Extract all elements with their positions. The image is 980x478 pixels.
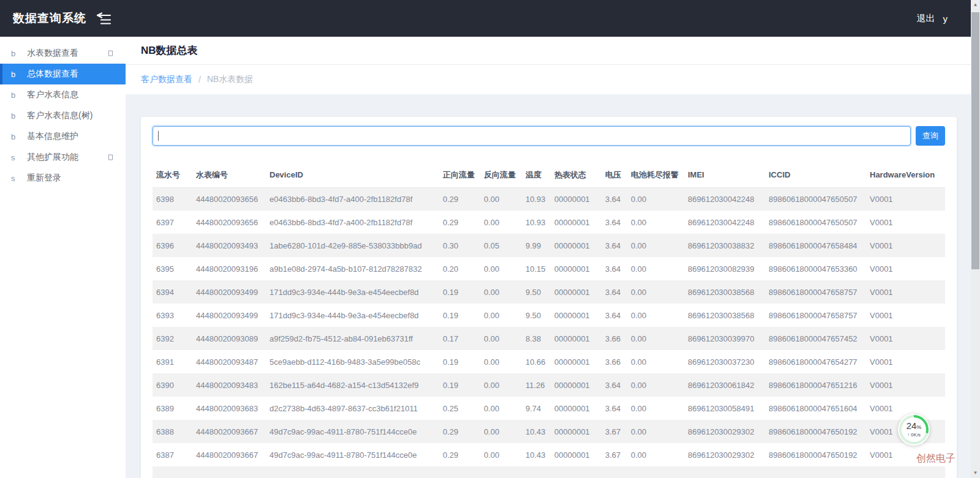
table-cell: 89860618000047653360: [765, 257, 866, 280]
table-cell: [153, 466, 192, 478]
column-header: 热表状态: [551, 163, 601, 187]
table-row: 639044480020093483162be115-a64d-4682-a15…: [153, 373, 945, 397]
sidebar-item[interactable]: b客户水表信息(树): [0, 105, 126, 126]
search-wrap: [153, 126, 911, 146]
table-row: 639544480020093196a9b1e08d-2974-4a5b-b10…: [153, 257, 945, 280]
table-cell: [684, 466, 765, 478]
sidebar-toggle-button[interactable]: [96, 12, 112, 24]
table-cell: 0.00: [627, 211, 684, 234]
sidebar-item[interactable]: b基本信息维护: [0, 126, 126, 147]
vertical-scrollbar[interactable]: ▲ ▼: [971, 0, 980, 478]
table-row: 6391444800200934875ce9aebb-d112-416b-948…: [153, 350, 945, 373]
search-input[interactable]: [153, 126, 911, 146]
table-cell: 0.00: [627, 420, 684, 443]
table-cell: 0.00: [627, 350, 684, 373]
table-cell: 0.00: [627, 257, 684, 280]
table-cell: [480, 466, 522, 478]
table-cell: 00000001: [551, 304, 601, 327]
table-cell: 869612030029302: [684, 443, 765, 466]
table-cell: 49d7c9ac-99ac-4911-8780-751f144cce0e: [266, 443, 439, 466]
column-header: 温度: [522, 163, 551, 187]
table-cell: 11.26: [522, 373, 551, 397]
table-cell: V0001: [866, 280, 945, 304]
table-cell: 9.50: [522, 304, 551, 327]
table-cell: 00000001: [551, 234, 601, 257]
table-cell: 0.00: [480, 304, 522, 327]
table-cell: 6394: [153, 280, 192, 304]
table-cell: V0001: [866, 257, 945, 280]
table-cell: V0001: [866, 327, 945, 350]
sidebar-item[interactable]: s重新登录: [0, 168, 126, 189]
table-cell: 0.00: [480, 420, 522, 443]
sidebar-item[interactable]: b总体数据查看: [0, 64, 126, 84]
table-cell: 44480020093656: [192, 187, 266, 211]
table-cell: 3.64: [601, 211, 627, 234]
submenu-indicator-icon: [108, 51, 113, 56]
table-cell: V0001: [866, 350, 945, 373]
menu-item-label: 重新登录: [27, 173, 61, 184]
table-cell: 3.64: [601, 373, 627, 397]
table-cell: 6396: [153, 234, 192, 257]
table-cell: 3.64: [601, 280, 627, 304]
table-cell: 171dd9c3-934e-444b-9e3a-e454eecbef8d: [266, 280, 439, 304]
table-cell: [765, 466, 866, 478]
table-cell: 10.66: [522, 350, 551, 373]
table-cell: 44480020093089: [192, 327, 266, 350]
table-cell: 0.17: [439, 327, 480, 350]
table-cell: [627, 466, 684, 478]
sidebar-item[interactable]: s其他扩展功能: [0, 147, 126, 168]
table-cell: 44480020093656: [192, 211, 266, 234]
table-cell: 44480020093683: [192, 397, 266, 420]
table-cell: 3.67: [601, 443, 627, 466]
download-speed-badge[interactable]: 24% ↑ 0K/s: [898, 414, 930, 446]
table-cell: 3.66: [601, 327, 627, 350]
data-card: 查询 流水号水表编号DeviceID正向流量反向流量温度热表状态电压电池耗尽报警…: [141, 117, 957, 478]
table-cell: 0.29: [439, 420, 480, 443]
table-cell: 89860618000047658757: [765, 304, 866, 327]
sidebar-collapse-icon: [96, 12, 112, 24]
table-cell: 6390: [153, 373, 192, 397]
table-row: 639444480020093499171dd9c3-934e-444b-9e3…: [153, 280, 945, 304]
column-header: 水表编号: [192, 163, 266, 187]
menu-item-icon: b: [11, 49, 20, 58]
table-row: 639344480020093499171dd9c3-934e-444b-9e3…: [153, 304, 945, 327]
page-title: NB数据总表: [141, 43, 198, 58]
table-cell: 00000001: [551, 211, 601, 234]
table-cell: 3.64: [601, 234, 627, 257]
query-button[interactable]: 查询: [916, 126, 945, 146]
table-cell: 6395: [153, 257, 192, 280]
table-cell: 10.43: [522, 420, 551, 443]
scroll-down-icon[interactable]: ▼: [971, 469, 980, 477]
table-cell: 89860618000047650192: [765, 420, 866, 443]
table-cell: 869612030037230: [684, 350, 765, 373]
table-cell: 869612030082939: [684, 257, 765, 280]
sidebar-item[interactable]: b客户水表信息: [0, 84, 126, 105]
table-cell: V0001: [866, 211, 945, 234]
table-row: 638944480020093683d2c2738b-4d63-4897-863…: [153, 397, 945, 420]
table-cell: 00000001: [551, 257, 601, 280]
logout-link[interactable]: 退出: [917, 13, 935, 24]
table-cell: a9b1e08d-2974-4a5b-b107-812d78287832: [266, 257, 439, 280]
sidebar-menu: b水表数据查看b总体数据查看b客户水表信息b客户水表信息(树)b基本信息维护s其…: [0, 37, 126, 189]
badge-inner: 24% ↑ 0K/s: [902, 417, 926, 442]
table-cell: 6398: [153, 187, 192, 211]
breadcrumb-link[interactable]: 客户数据查看: [141, 74, 192, 85]
table-cell: 0.00: [480, 280, 522, 304]
table-cell: 0.00: [480, 327, 522, 350]
scroll-up-icon[interactable]: ▲: [971, 1, 980, 9]
table-cell: 10.15: [522, 257, 551, 280]
table-cell: 6397: [153, 211, 192, 234]
username-menu[interactable]: y: [943, 13, 948, 24]
menu-item-icon: b: [11, 91, 20, 100]
text-caret: [158, 131, 159, 141]
table-cell: 0.19: [439, 350, 480, 373]
column-header: 电池耗尽报警: [627, 163, 684, 187]
table-cell: 10.93: [522, 187, 551, 211]
breadcrumb-separator: /: [198, 75, 201, 84]
column-header: HardwareVersion: [866, 163, 945, 187]
table-cell: e0463bb6-8bd3-4fd7-a400-2fb1182fd78f: [266, 211, 439, 234]
sidebar-item[interactable]: b水表数据查看: [0, 43, 126, 64]
table-cell: 0.00: [627, 280, 684, 304]
scrollbar-thumb[interactable]: [971, 12, 979, 269]
table-cell: 0.00: [627, 187, 684, 211]
